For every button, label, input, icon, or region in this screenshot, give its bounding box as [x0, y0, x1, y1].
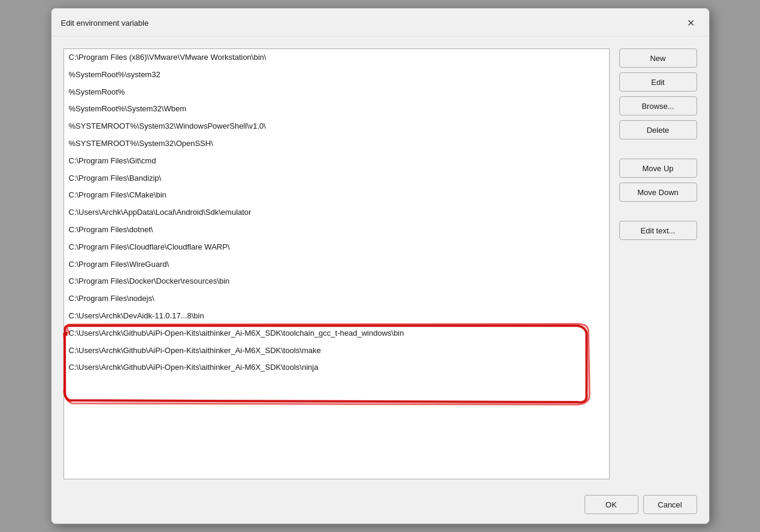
new-button[interactable]: New	[619, 48, 697, 68]
env-var-list[interactable]: C:\Program Files (x86)\VMware\VMware Wor…	[63, 48, 610, 479]
edit-environment-variable-dialog: Edit environment variable ✕ C:\Program F…	[51, 8, 710, 524]
list-item[interactable]: C:\Users\Archk\Github\AiPi-Open-Kits\ait…	[64, 359, 609, 376]
list-item[interactable]: C:\Users\Archk\Github\AiPi-Open-Kits\ait…	[64, 325, 609, 342]
buttons-panel: New Edit Browse... Delete Move Up Move D…	[619, 48, 697, 479]
list-item[interactable]: C:\Program Files\CMake\bin	[64, 187, 609, 204]
delete-button[interactable]: Delete	[619, 120, 697, 139]
edit-button[interactable]: Edit	[619, 72, 697, 92]
dialog-titlebar: Edit environment variable ✕	[52, 8, 709, 37]
list-item[interactable]: C:\Program Files\Bandizip\	[64, 170, 609, 187]
list-item[interactable]: %SYSTEMROOT%\System32\WindowsPowerShell\…	[64, 118, 609, 135]
list-item[interactable]: C:\Program Files\nodejs\	[64, 290, 609, 308]
list-item[interactable]: C:\Program Files\Git\cmd	[64, 153, 609, 170]
list-item[interactable]: C:\Program Files\Docker\Docker\resources…	[64, 273, 609, 290]
list-item[interactable]: %SYSTEMROOT%\System32\OpenSSH\	[64, 135, 609, 153]
edit-text-button[interactable]: Edit text...	[619, 221, 697, 240]
ok-button[interactable]: OK	[585, 495, 638, 514]
list-item[interactable]: C:\Users\Archk\DevAidk-11.0.17...8\bin	[64, 308, 609, 325]
browse-button[interactable]: Browse...	[619, 96, 697, 115]
list-item[interactable]: C:\Users\Archk\Github\AiPi-Open-Kits\ait…	[64, 342, 609, 360]
cancel-button[interactable]: Cancel	[643, 495, 697, 514]
dialog-footer: OK Cancel	[52, 489, 709, 524]
list-item[interactable]: %SystemRoot%\system32	[64, 66, 609, 84]
list-item[interactable]: C:\Program Files (x86)\VMware\VMware Wor…	[64, 49, 609, 66]
dialog-title: Edit environment variable	[61, 19, 149, 28]
move-down-button[interactable]: Move Down	[619, 183, 697, 202]
list-item[interactable]: C:\Program Files\WireGuard\	[64, 256, 609, 273]
list-item[interactable]: C:\Users\Archk\AppData\Local\Android\Sdk…	[64, 204, 609, 221]
move-up-button[interactable]: Move Up	[619, 159, 697, 178]
list-item[interactable]: C:\Program Files\Cloudflare\Cloudflare W…	[64, 239, 609, 256]
dialog-body: C:\Program Files (x86)\VMware\VMware Wor…	[52, 37, 709, 489]
list-item[interactable]: %SystemRoot%\System32\Wbem	[64, 101, 609, 118]
list-item[interactable]: C:\Program Files\dotnet\	[64, 221, 609, 239]
close-button[interactable]: ✕	[683, 14, 700, 31]
list-item[interactable]: %SystemRoot%	[64, 84, 609, 101]
